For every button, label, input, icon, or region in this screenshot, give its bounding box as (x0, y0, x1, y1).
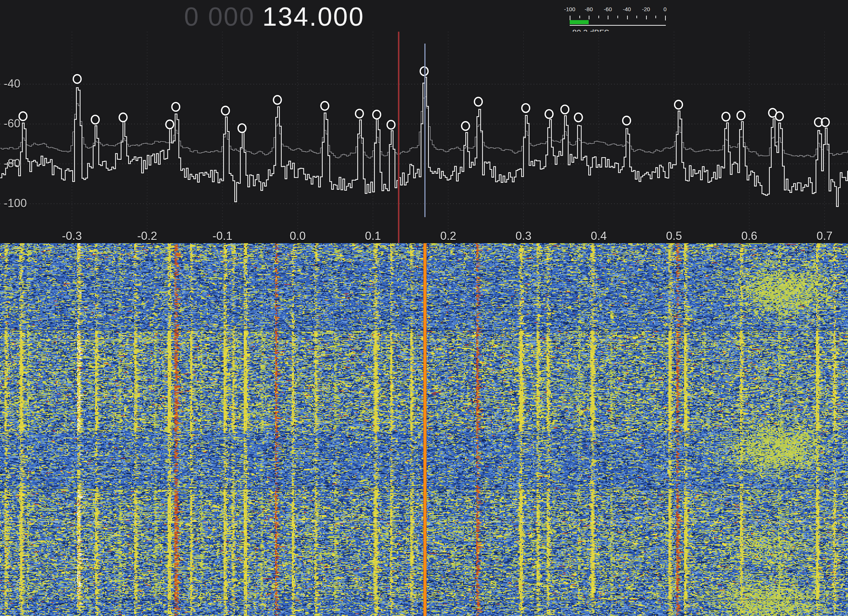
meter-tick (646, 16, 647, 19)
frequency-tick-label: -0.2 (137, 230, 157, 243)
meter-scale-label: -20 (642, 6, 650, 12)
frequency-tick-label: 0.4 (590, 230, 606, 243)
meter-tick (580, 16, 580, 18)
meter-tick (627, 16, 628, 19)
meter-scale-label: -60 (604, 6, 612, 12)
meter-tick (598, 16, 599, 18)
frequency-tick-label: 0.2 (440, 230, 456, 243)
frequency-tick-label: -0.1 (212, 230, 232, 243)
frequency-tick-label: -0.3 (62, 230, 82, 243)
frequency-readout[interactable]: 0 000134.000 (184, 3, 365, 31)
waterfall-frequency-marker[interactable] (423, 243, 427, 616)
frequency-tick-label: 0.7 (816, 230, 832, 243)
frequency-tick-label: 0.0 (289, 230, 305, 243)
signal-meter-baseline (570, 25, 666, 26)
frequency-tick-label: 0.3 (515, 230, 531, 243)
meter-tick (665, 16, 666, 21)
cursor-frequency-line[interactable] (424, 44, 425, 217)
frequency-tick-label: 0.6 (741, 230, 757, 243)
meter-tick (589, 16, 589, 19)
sdr-app-window: 0 000134.000 -100-80-60-40-200 -80.2 dBF… (0, 0, 848, 616)
frequency-leading-zeros: 0 000 (184, 2, 255, 31)
frequency-tick-label: 0.5 (666, 230, 682, 243)
spectrum-plot[interactable] (0, 32, 848, 243)
db-tick-label: -100 (4, 197, 27, 210)
db-tick-label: -80 (4, 157, 21, 170)
meter-tick (636, 16, 637, 18)
db-tick-label: -40 (4, 77, 21, 90)
meter-scale-label: -40 (623, 6, 631, 12)
meter-tick (655, 16, 656, 18)
signal-level-bar (570, 20, 589, 24)
meter-tick (608, 16, 608, 19)
frequency-tick-label: 0.1 (365, 230, 381, 243)
meter-scale-label: 0 (664, 6, 667, 12)
meter-scale-label: -80 (584, 6, 593, 12)
db-tick-label: -60 (4, 117, 21, 130)
meter-scale-label: -100 (564, 6, 575, 12)
tuning-frequency-line[interactable] (398, 32, 399, 243)
frequency-value: 134.000 (262, 2, 365, 31)
meter-tick (617, 16, 618, 18)
